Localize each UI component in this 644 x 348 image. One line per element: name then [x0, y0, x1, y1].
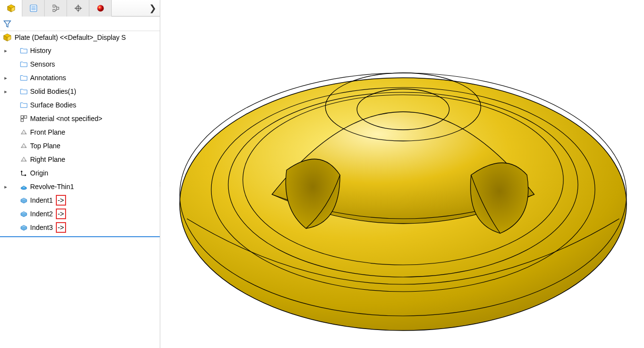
- origin-icon: [19, 169, 28, 177]
- external-ref-marker: ->: [56, 209, 66, 219]
- tree-item[interactable]: ▸Right Plane: [0, 153, 160, 166]
- model-render: [160, 0, 644, 348]
- part-cube-icon: [3, 33, 12, 42]
- folder-solid-icon: [19, 87, 28, 96]
- tree-item-label: Indent1: [30, 196, 53, 204]
- folder-gauge-icon: [19, 60, 28, 69]
- feature-tree-panel: ❯ Plate (Default) <<Default>_Display S ▸…: [0, 0, 160, 348]
- tab-configuration-manager[interactable]: [45, 0, 67, 17]
- tree-item[interactable]: ▸Solid Bodies(1): [0, 85, 160, 98]
- tree-item[interactable]: ▸Material <not specified>: [0, 112, 160, 125]
- tree-root-row[interactable]: Plate (Default) <<Default>_Display S: [0, 31, 160, 44]
- list-lines-icon: [29, 4, 38, 13]
- plane-icon: [19, 141, 28, 150]
- appearance-sphere-icon: [96, 4, 105, 13]
- tree-item[interactable]: ▸Annotations: [0, 71, 160, 85]
- tab-display-manager[interactable]: [89, 0, 112, 17]
- tree-item-label: Surface Bodies: [30, 101, 76, 109]
- tree-item-label: Right Plane: [30, 156, 65, 163]
- tree-item-label: Revolve-Thin1: [30, 183, 74, 191]
- external-ref-marker: ->: [56, 195, 66, 206]
- config-tree-icon: [51, 4, 60, 13]
- model-viewport[interactable]: [160, 0, 644, 348]
- folder-a-icon: [19, 73, 28, 82]
- indent-icon: [19, 196, 28, 205]
- svg-rect-13: [21, 119, 23, 122]
- tree-filter-row: [0, 17, 160, 31]
- expand-caret-icon[interactable]: ▸: [3, 184, 9, 190]
- tabbar-overflow-button[interactable]: ❯: [145, 3, 160, 14]
- svg-rect-6: [56, 7, 59, 9]
- tree-item[interactable]: ▸Surface Bodies: [0, 98, 160, 112]
- tab-dimxpert[interactable]: [67, 0, 89, 17]
- tree-item[interactable]: ▸Front Plane: [0, 125, 160, 139]
- folder-surface-icon: [19, 101, 28, 109]
- revolve-icon: [19, 182, 28, 191]
- plane-icon: [19, 128, 28, 137]
- tree-item[interactable]: ▸Top Plane: [0, 139, 160, 153]
- expand-caret-icon[interactable]: ▸: [3, 48, 9, 54]
- chevron-right-icon: ❯: [149, 3, 156, 14]
- tree-item[interactable]: ▸Revolve-Thin1: [0, 180, 160, 193]
- tree-item[interactable]: ▸History: [0, 44, 160, 57]
- tree-item-label: Material <not specified>: [30, 115, 102, 122]
- expand-caret-icon[interactable]: ▸: [3, 88, 9, 95]
- svg-rect-4: [53, 5, 55, 7]
- tree-item-label: Annotations: [30, 74, 66, 82]
- tree-item[interactable]: ▸Indent3->: [0, 221, 160, 234]
- tree-item-label: Front Plane: [30, 128, 65, 136]
- root-label: Plate (Default) <<Default>_Display S: [15, 34, 126, 41]
- filter-icon[interactable]: [3, 19, 12, 28]
- tree-item-label: Indent2: [30, 210, 53, 218]
- panel-tabbar: ❯: [0, 0, 160, 17]
- tree-item[interactable]: ▸Origin: [0, 166, 160, 180]
- tree-item-label: Sensors: [30, 60, 55, 68]
- folder-clock-icon: [19, 46, 28, 55]
- tree-item[interactable]: ▸Indent1->: [0, 193, 160, 207]
- tree-item-label: Solid Bodies(1): [30, 87, 76, 95]
- svg-rect-5: [53, 9, 55, 12]
- plane-icon: [19, 155, 28, 164]
- tree-item[interactable]: ▸Indent2->: [0, 207, 160, 221]
- expand-caret-icon[interactable]: ▸: [3, 75, 9, 81]
- indent-icon: [19, 209, 28, 218]
- tree-item-label: History: [30, 47, 51, 54]
- tab-property-manager[interactable]: [22, 0, 45, 17]
- tree-item-label: Top Plane: [30, 142, 60, 150]
- svg-rect-12: [24, 116, 27, 118]
- crosshair-icon: [74, 4, 83, 13]
- material-icon: [19, 114, 28, 123]
- svg-point-10: [97, 5, 104, 12]
- indent-icon: [19, 223, 28, 232]
- tree-item[interactable]: ▸Sensors: [0, 57, 160, 71]
- external-ref-marker: ->: [56, 222, 66, 233]
- tree-item-label: Origin: [30, 169, 48, 177]
- tab-feature-manager[interactable]: [0, 0, 22, 17]
- part-cube-icon: [7, 4, 16, 13]
- tree-item-label: Indent3: [30, 224, 53, 231]
- feature-tree: ▸History▸Sensors▸Annotations▸Solid Bodie…: [0, 44, 160, 237]
- svg-rect-11: [21, 116, 23, 118]
